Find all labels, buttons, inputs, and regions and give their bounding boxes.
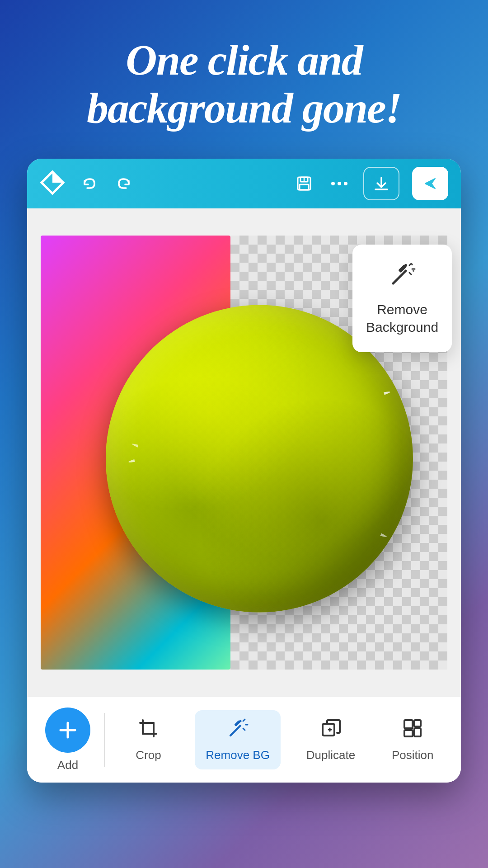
- svg-line-11: [409, 264, 411, 265]
- magic-wand-icon: [389, 261, 416, 293]
- duplicate-tool[interactable]: Duplicate: [296, 710, 366, 769]
- app-logo: [40, 170, 65, 197]
- save-button[interactable]: [293, 172, 315, 195]
- svg-line-9: [393, 271, 406, 283]
- canvas-area: Remove Background: [27, 208, 461, 697]
- headline-line1: One click and: [126, 36, 362, 84]
- add-label: Add: [57, 758, 78, 772]
- svg-line-27: [243, 728, 245, 730]
- remove-bg-tool-label: Remove BG: [206, 748, 270, 762]
- add-container: Add: [36, 708, 99, 772]
- duplicate-label: Duplicate: [306, 748, 355, 762]
- tools-container: Crop Remove BG: [109, 710, 452, 769]
- svg-line-13: [409, 273, 411, 274]
- crop-icon: [137, 717, 159, 744]
- more-button[interactable]: [328, 172, 351, 195]
- svg-marker-1: [52, 172, 63, 183]
- headline: One click and background gone!: [0, 0, 488, 159]
- add-button[interactable]: [45, 708, 90, 753]
- svg-rect-33: [404, 730, 413, 736]
- undo-button[interactable]: [78, 172, 100, 195]
- crop-tool[interactable]: Crop: [117, 710, 180, 769]
- svg-point-14: [404, 264, 407, 267]
- remove-bg-label: Remove Background: [366, 301, 438, 336]
- seam-line-1: [120, 362, 399, 493]
- svg-point-8: [344, 182, 347, 185]
- svg-point-28: [239, 720, 242, 722]
- headline-line2: background gone!: [87, 84, 401, 132]
- toolbar-divider: [104, 713, 105, 767]
- svg-point-6: [331, 182, 335, 185]
- duplicate-icon: [320, 717, 342, 744]
- position-tool[interactable]: Position: [381, 710, 445, 769]
- seam-line-2: [121, 414, 398, 566]
- svg-point-15: [411, 264, 413, 265]
- svg-point-7: [338, 182, 341, 185]
- redo-button[interactable]: [113, 172, 136, 195]
- app-window: Remove Background Add: [27, 159, 461, 783]
- svg-line-23: [230, 726, 240, 736]
- crop-label: Crop: [136, 748, 161, 762]
- svg-point-16: [413, 270, 414, 272]
- svg-rect-32: [404, 720, 413, 728]
- position-icon: [402, 717, 423, 744]
- share-button[interactable]: [412, 167, 448, 200]
- download-button[interactable]: [363, 167, 399, 200]
- svg-rect-34: [414, 720, 421, 726]
- remove-bg-icon: [227, 717, 249, 744]
- position-label: Position: [392, 748, 434, 762]
- bottom-toolbar: Add Crop: [27, 697, 461, 783]
- svg-rect-35: [414, 728, 421, 736]
- svg-rect-4: [300, 184, 309, 190]
- svg-line-25: [243, 719, 245, 721]
- remove-bg-tooltip[interactable]: Remove Background: [352, 245, 452, 352]
- remove-bg-tool[interactable]: Remove BG: [195, 710, 281, 769]
- toolbar: [27, 159, 461, 208]
